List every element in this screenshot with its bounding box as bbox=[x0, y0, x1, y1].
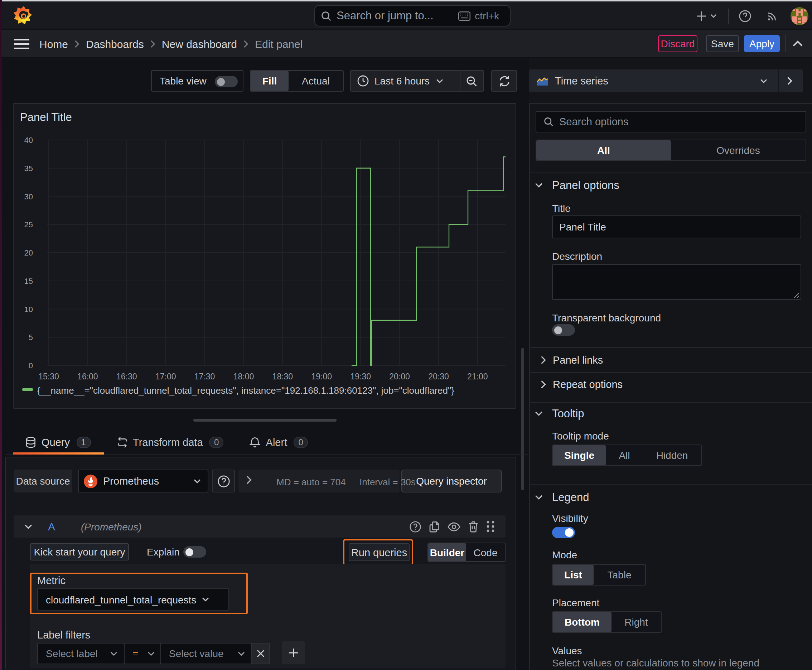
svg-text:15: 15 bbox=[24, 277, 33, 286]
svg-text:18:00: 18:00 bbox=[234, 372, 254, 381]
svg-text:17:00: 17:00 bbox=[155, 372, 176, 381]
svg-text:16:00: 16:00 bbox=[77, 372, 98, 381]
svg-text:16:30: 16:30 bbox=[116, 372, 137, 381]
svg-text:25: 25 bbox=[24, 220, 33, 229]
svg-text:35: 35 bbox=[24, 164, 33, 173]
svg-text:21:00: 21:00 bbox=[467, 372, 488, 381]
svg-text:10: 10 bbox=[24, 305, 33, 314]
svg-text:19:00: 19:00 bbox=[312, 372, 332, 381]
svg-text:0: 0 bbox=[29, 361, 33, 370]
svg-text:20: 20 bbox=[24, 249, 33, 257]
svg-text:5: 5 bbox=[29, 333, 33, 342]
svg-text:30: 30 bbox=[24, 192, 33, 201]
svg-text:15:30: 15:30 bbox=[38, 372, 59, 381]
svg-text:18:30: 18:30 bbox=[273, 372, 293, 381]
svg-text:{__name__="cloudflared_tunnel_: {__name__="cloudflared_tunnel_total_requ… bbox=[37, 385, 454, 396]
svg-text:20:30: 20:30 bbox=[428, 372, 449, 381]
svg-text:17:30: 17:30 bbox=[194, 372, 215, 381]
svg-text:40: 40 bbox=[24, 135, 33, 145]
svg-text:20:00: 20:00 bbox=[389, 372, 410, 381]
svg-text:19:30: 19:30 bbox=[350, 372, 371, 381]
